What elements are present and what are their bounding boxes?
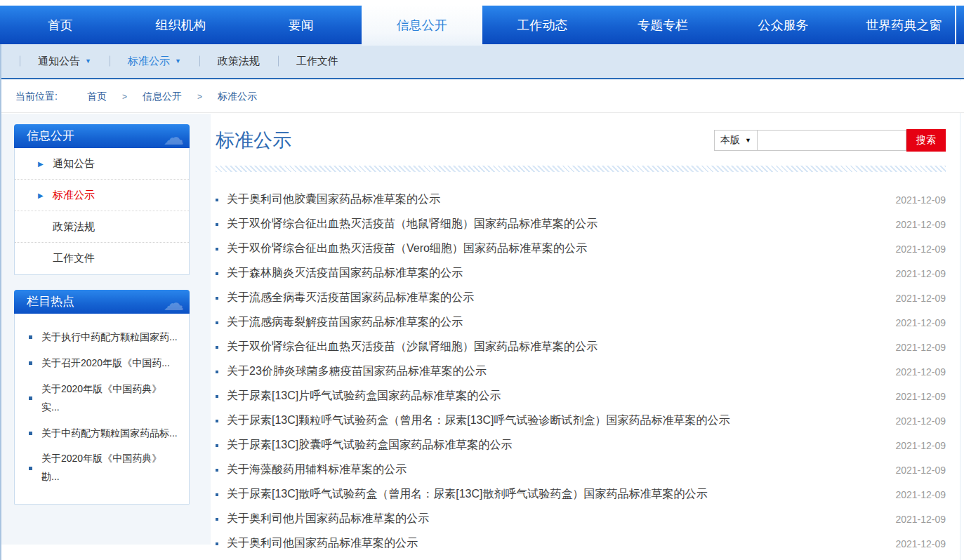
sidebar: 信息公开 ☁ ▶通知公告▶标准公示政策法规工作文件 栏目热点 ☁ 关于执行中药配…: [14, 124, 190, 519]
news-title-link[interactable]: 关于双价肾综合征出血热灭活疫苗（地鼠肾细胞）国家药品标准草案的公示: [227, 217, 876, 232]
bullet-icon: [216, 199, 218, 201]
news-date: 2021-12-09: [876, 514, 946, 525]
news-date: 2021-12-09: [876, 219, 946, 230]
top-nav-item[interactable]: 专题专栏: [602, 6, 723, 44]
hot-item[interactable]: 关于执行中药配方颗粒国家药...: [29, 328, 183, 347]
news-row: 关于森林脑炎灭活疫苗国家药品标准草案的公示2021-12-09: [216, 261, 946, 286]
search-input[interactable]: [758, 130, 906, 151]
top-nav-item[interactable]: 首页: [0, 6, 121, 44]
sidebar-menu-title: 信息公开: [27, 129, 74, 142]
hot-item-label: 关于中药配方颗粒国家药品标...: [41, 425, 178, 443]
news-title-link[interactable]: 关于尿素[13C]散呼气试验药盒（曾用名：尿素[13C]散剂呼气试验药盒）国家药…: [227, 487, 876, 502]
breadcrumb-links: 首页>信息公开>标准公示: [87, 91, 257, 103]
news-date: 2021-12-09: [876, 538, 946, 549]
top-nav-item[interactable]: 工作动态: [482, 6, 603, 44]
news-title-link[interactable]: 关于奥利司他片国家药品标准草案的公示: [227, 512, 876, 526]
news-row: 关于尿素[13C]散呼气试验药盒（曾用名：尿素[13C]散剂呼气试验药盒）国家药…: [216, 482, 946, 507]
news-title-link[interactable]: 关于流感病毒裂解疫苗国家药品标准草案的公示: [227, 315, 876, 330]
cloud-decoration-icon: ☁: [163, 291, 184, 314]
main-content: 标准公示 本版 ▼ 搜索 关于奥利司他胶囊国家药品标准草案的公示2021-12-…: [216, 125, 946, 556]
news-date: 2021-12-09: [876, 391, 946, 402]
news-title-link[interactable]: 关于海藻酸药用辅料标准草案的公示: [227, 462, 876, 477]
news-date: 2021-12-09: [876, 366, 946, 378]
sidebar-item-label: 通知公告: [53, 157, 95, 171]
hot-item[interactable]: 关于2020年版《中国药典》实...: [29, 380, 183, 417]
bullet-icon: [216, 371, 218, 373]
subnav-item[interactable]: 政策法规: [199, 54, 278, 68]
striped-divider: [216, 166, 946, 172]
hot-item-line: 关于召开2020年版《中国药...: [41, 354, 170, 373]
top-nav-item[interactable]: 公众服务: [723, 6, 844, 44]
hot-item-label: 关于2020年版《中国药典》实...: [41, 380, 161, 417]
breadcrumb-link[interactable]: 首页: [87, 91, 107, 103]
hot-item-line: 实...: [41, 399, 161, 417]
top-nav-item[interactable]: 要闻: [241, 6, 362, 44]
news-title-link[interactable]: 关于流感全病毒灭活疫苗国家药品标准草案的公示: [227, 291, 876, 305]
news-title-link[interactable]: 关于尿素[13C]颗粒呼气试验药盒（曾用名：尿素[13C]呼气试验诊断试剂盒）国…: [227, 413, 876, 428]
sidebar-menu-header: 信息公开 ☁: [14, 124, 190, 148]
hot-item-label: 关于执行中药配方颗粒国家药...: [41, 328, 178, 347]
bullet-icon: [216, 272, 218, 275]
search-button[interactable]: 搜索: [906, 129, 946, 152]
search-scope-select[interactable]: 本版 ▼: [714, 130, 758, 151]
news-row: 关于尿素[13C]片呼气试验药盒国家药品标准草案的公示2021-12-09: [216, 384, 946, 408]
news-list: 关于奥利司他胶囊国家药品标准草案的公示2021-12-09关于双价肾综合征出血热…: [216, 187, 946, 556]
news-title-link[interactable]: 关于奥利司他国家药品标准草案的公示: [227, 536, 876, 551]
breadcrumb-separator: >: [197, 92, 202, 102]
bullet-icon: [29, 396, 32, 400]
news-date: 2021-12-09: [876, 415, 946, 427]
news-title-link[interactable]: 关于尿素[13C]片呼气试验药盒国家药品标准草案的公示: [227, 389, 876, 404]
news-title-link[interactable]: 关于奥利司他胶囊国家药品标准草案的公示: [227, 192, 876, 207]
page-edge-divider: [955, 6, 956, 44]
top-nav-item[interactable]: 组织机构: [121, 6, 242, 44]
news-title-link[interactable]: 关于尿素[13C]胶囊呼气试验药盒国家药品标准草案的公示: [227, 438, 876, 453]
subnav-item[interactable]: 标准公示▼: [110, 54, 199, 68]
hot-item[interactable]: 关于召开2020年版《中国药...: [29, 354, 183, 373]
news-row: 关于23价肺炎球菌多糖疫苗国家药品标准草案的公示2021-12-09: [216, 359, 946, 384]
bullet-icon: [216, 248, 218, 251]
select-arrow-icon: ▼: [745, 137, 751, 144]
news-date: 2021-12-09: [876, 194, 946, 206]
sub-nav: 通知公告▼标准公示▼政策法规工作文件: [0, 44, 964, 79]
sidebar-item[interactable]: 政策法规: [15, 211, 189, 243]
subnav-item[interactable]: 通知公告▼: [20, 54, 110, 68]
subnav-item[interactable]: 工作文件: [278, 54, 357, 68]
breadcrumb-link[interactable]: 标准公示: [218, 91, 257, 103]
news-row: 关于双价肾综合征出血热灭活疫苗（Vero细胞）国家药品标准草案的公示2021-1…: [216, 236, 946, 261]
sidebar-item[interactable]: ▶标准公示: [15, 180, 189, 211]
news-title-link[interactable]: 关于23价肺炎球菌多糖疫苗国家药品标准草案的公示: [227, 364, 876, 379]
bullet-icon: [216, 223, 218, 226]
news-title-link[interactable]: 关于双价肾综合征出血热灭活疫苗（沙鼠肾细胞）国家药品标准草案的公示: [227, 340, 876, 354]
hot-item[interactable]: 关于中药配方颗粒国家药品标...: [29, 425, 183, 443]
news-row: 关于双价肾综合征出血热灭活疫苗（沙鼠肾细胞）国家药品标准草案的公示2021-12…: [216, 335, 946, 359]
breadcrumb-link[interactable]: 信息公开: [143, 91, 182, 103]
top-nav-item[interactable]: 信息公开: [362, 4, 482, 46]
sidebar-item[interactable]: 工作文件: [15, 243, 189, 274]
news-date: 2021-12-09: [876, 317, 946, 328]
subnav-item-label: 工作文件: [296, 55, 338, 68]
bullet-icon: [216, 469, 218, 472]
subnav-item-label: 通知公告: [38, 55, 80, 68]
hot-list: 关于执行中药配方颗粒国家药...关于召开2020年版《中国药...关于2020年…: [15, 314, 189, 504]
sidebar-item-label: 政策法规: [53, 220, 95, 234]
hot-topics-box: 栏目热点 ☁ 关于执行中药配方颗粒国家药...关于召开2020年版《中国药...…: [14, 290, 190, 505]
chevron-right-icon: ▶: [38, 192, 44, 199]
news-row: 关于奥利司他国家药品标准草案的公示2021-12-09: [216, 531, 946, 556]
news-row: 关于奥利司他片国家药品标准草案的公示2021-12-09: [216, 507, 946, 531]
news-row: 关于流感病毒裂解疫苗国家药品标准草案的公示2021-12-09: [216, 310, 946, 335]
bullet-icon: [216, 444, 218, 447]
top-nav-item[interactable]: 世界药典之窗: [843, 6, 964, 44]
hot-topics-title: 栏目热点: [27, 295, 74, 308]
news-row: 关于奥利司他胶囊国家药品标准草案的公示2021-12-09: [216, 187, 946, 212]
hot-topics-header: 栏目热点 ☁: [14, 290, 190, 314]
subnav-item-label: 政策法规: [218, 55, 260, 68]
search-scope-value: 本版: [720, 134, 740, 147]
news-row: 关于流感全病毒灭活疫苗国家药品标准草案的公示2021-12-09: [216, 286, 946, 310]
news-title-link[interactable]: 关于森林脑炎灭活疫苗国家药品标准草案的公示: [227, 266, 876, 281]
sidebar-item[interactable]: ▶通知公告: [15, 148, 189, 180]
hot-item[interactable]: 关于2020年版《中国药典》勘...: [29, 450, 183, 486]
bullet-icon: [216, 346, 218, 349]
news-title-link[interactable]: 关于双价肾综合征出血热灭活疫苗（Vero细胞）国家药品标准草案的公示: [227, 241, 876, 256]
breadcrumb-separator: >: [122, 92, 127, 102]
bullet-icon: [216, 518, 218, 521]
